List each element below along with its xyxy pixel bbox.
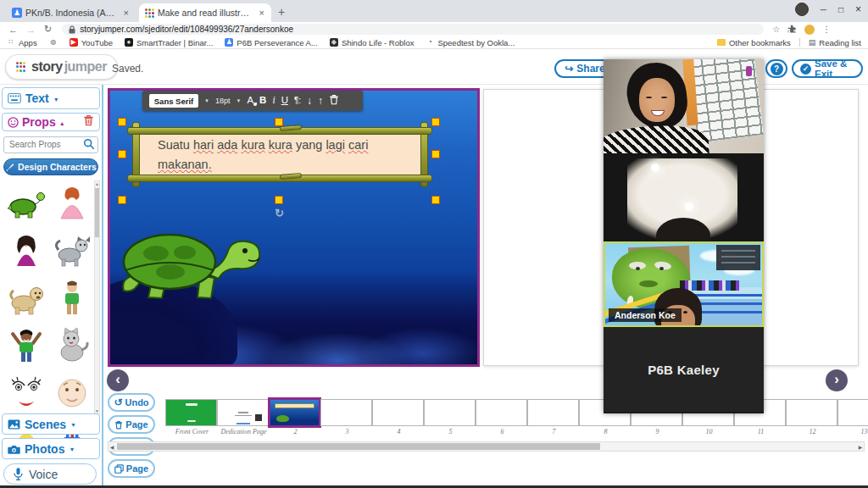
bookmark-item[interactable]: ▶YouTube [70, 38, 113, 47]
delete-text-button[interactable] [329, 93, 339, 108]
reload-icon[interactable]: ↻ [44, 24, 52, 35]
scroll-left-icon[interactable]: ◀ [108, 444, 115, 450]
prop-girl[interactable] [5, 230, 47, 272]
bold-button[interactable]: B [259, 96, 266, 106]
page-thumbnail-13[interactable] [837, 399, 868, 426]
next-page-button[interactable]: › [826, 369, 848, 391]
page-thumbnail-6[interactable] [476, 399, 527, 426]
url-omnibox[interactable]: storyjumper.com/sjeditor/edit/108499936/… [62, 24, 764, 35]
filmstrip-scroll-thumb[interactable] [117, 443, 600, 450]
prop-cheering-kid[interactable] [5, 324, 47, 367]
bookmark-item[interactable]: ∷Apps [7, 38, 37, 47]
tab1-close-icon[interactable]: × [122, 8, 131, 18]
bookmark-item[interactable]: ◆Shindo Life - Roblox [330, 38, 415, 47]
selection-handle[interactable] [118, 196, 126, 204]
bookmark-item[interactable]: ◔Speedtest by Ookla... [426, 38, 515, 47]
participant-video-dark-room[interactable] [604, 153, 764, 241]
help-button[interactable]: ? [765, 59, 787, 78]
storyjumper-logo[interactable]: story jumper [5, 54, 118, 80]
page-thumbnail-12[interactable] [786, 399, 837, 426]
selection-handle[interactable] [118, 118, 126, 126]
browser-tab-1[interactable]: ♟ PKn/B. Indonesia (Ayo Menulis). × [7, 3, 136, 22]
prop-face[interactable] [51, 372, 93, 414]
selection-handle[interactable] [275, 118, 283, 126]
font-caret-icon[interactable]: ▼ [204, 98, 209, 103]
filmstrip-scrollbar[interactable]: ◀ ▶ [108, 441, 865, 452]
window-close-icon[interactable]: × [855, 3, 861, 15]
selection-handle[interactable] [275, 196, 283, 204]
props-header[interactable]: Props ▲ [2, 113, 100, 131]
new-tab-button[interactable]: + [278, 5, 285, 19]
teacher-houndstooth-top [604, 124, 709, 153]
prop-boy[interactable] [51, 277, 93, 319]
ceiling-light [651, 164, 659, 172]
design-characters-button[interactable]: Design Characters [3, 158, 98, 175]
prop-labrador-dog[interactable] [5, 277, 47, 319]
back-icon[interactable]: ← [8, 25, 18, 35]
bookmark-item[interactable]: ●SmartTrader | Binar... [125, 38, 213, 47]
rotate-handle-icon[interactable]: ↻ [275, 207, 284, 219]
selection-handle[interactable] [431, 118, 440, 126]
story-text-box[interactable]: Suatu hari ada kura kura yang lagi cari … [158, 136, 412, 175]
tab2-close-icon[interactable]: × [258, 8, 266, 18]
other-bookmarks[interactable]: Other bookmarks [717, 38, 791, 47]
page-thumbnail-4[interactable] [372, 399, 424, 426]
scroll-right-icon[interactable]: ▶ [857, 444, 864, 450]
selection-handle[interactable] [118, 150, 126, 158]
bookmark-item[interactable]: ◍ [49, 38, 58, 47]
browser-tab-2[interactable]: Make and read illustrated story | × [139, 3, 271, 22]
page-thumbnail-3[interactable] [320, 399, 372, 426]
page-thumbnail-7[interactable] [527, 399, 579, 426]
sidebar-section-text[interactable]: Text ▼ [2, 87, 100, 109]
font-family-dropdown[interactable]: Sans Serif [149, 94, 198, 108]
move-down-button[interactable]: ↓ [307, 96, 312, 106]
participant-tile-p6b-kaeley[interactable]: P6B Kaeley [604, 327, 764, 412]
selection-handle[interactable] [431, 196, 440, 204]
paragraph-button[interactable]: ¶: [294, 97, 301, 105]
prop-princess[interactable] [51, 182, 93, 225]
duplicate-page-button[interactable]: Page [108, 459, 155, 478]
props-scrollbar[interactable]: ▲ ▼ [94, 180, 100, 414]
move-up-button[interactable]: ↑ [318, 96, 323, 106]
underline-button[interactable]: U [281, 96, 288, 106]
prop-kitten[interactable] [51, 324, 93, 367]
chrome-avatar-icon[interactable] [804, 25, 815, 35]
prop-eyes-and-lips[interactable] [5, 372, 47, 414]
tab1-title: PKn/B. Indonesia (Ayo Menulis). [25, 8, 119, 18]
font-color-button[interactable]: A [247, 96, 253, 106]
video-call-overlay[interactable]: Anderson Koe P6B Kaeley [604, 59, 764, 413]
page-thumbnail-2[interactable] [268, 397, 321, 428]
page-thumbnail-dedication-page[interactable] [217, 399, 269, 426]
sidebar-section-photos[interactable]: Photos ▼ [2, 438, 100, 459]
selection-handle[interactable] [431, 150, 440, 158]
chrome-menu-icon[interactable]: ⋮ [822, 25, 831, 34]
sidebar-section-scenes[interactable]: Scenes ▼ [2, 413, 100, 435]
forward-icon[interactable]: → [26, 25, 36, 35]
participant-video-teacher[interactable] [604, 59, 764, 153]
page-thumbnail-5[interactable] [424, 399, 476, 426]
window-maximize-icon[interactable]: □ [838, 5, 843, 14]
bookmark-item[interactable]: ♟P6B Perseverance A... [225, 38, 318, 47]
font-size-dropdown[interactable]: 18pt [215, 97, 231, 105]
search-icon[interactable] [83, 138, 95, 150]
prop-husky-dog[interactable] [51, 230, 93, 272]
extensions-puzzle-icon[interactable] [787, 25, 797, 34]
undo-button[interactable]: ↺ Undo [108, 393, 155, 412]
bookmark-star-icon[interactable]: ☆ [772, 25, 780, 34]
props-scroll-thumb[interactable] [95, 188, 99, 237]
reading-list[interactable]: ▤ Reading list [809, 38, 861, 47]
participant-video-anderson[interactable]: Anderson Koe [604, 241, 764, 327]
props-trash-button[interactable] [83, 114, 94, 130]
italic-button[interactable]: i [272, 96, 275, 106]
prop-turtle[interactable] [5, 182, 47, 225]
window-minimize-icon[interactable]: ─ [821, 5, 826, 14]
turtle-prop[interactable] [119, 225, 271, 305]
scroll-up-icon[interactable]: ▲ [95, 181, 99, 186]
browser-profile-avatar[interactable] [795, 3, 809, 16]
delete-page-button[interactable]: Page [108, 415, 155, 434]
voice-button[interactable]: Voice [3, 463, 97, 485]
page-thumbnail-front-cover[interactable] [165, 399, 217, 426]
save-and-exit-button[interactable]: ✓ Save & Exit [792, 59, 863, 78]
previous-page-button[interactable]: ‹ [107, 369, 129, 391]
size-caret-icon[interactable]: ▼ [236, 98, 241, 103]
